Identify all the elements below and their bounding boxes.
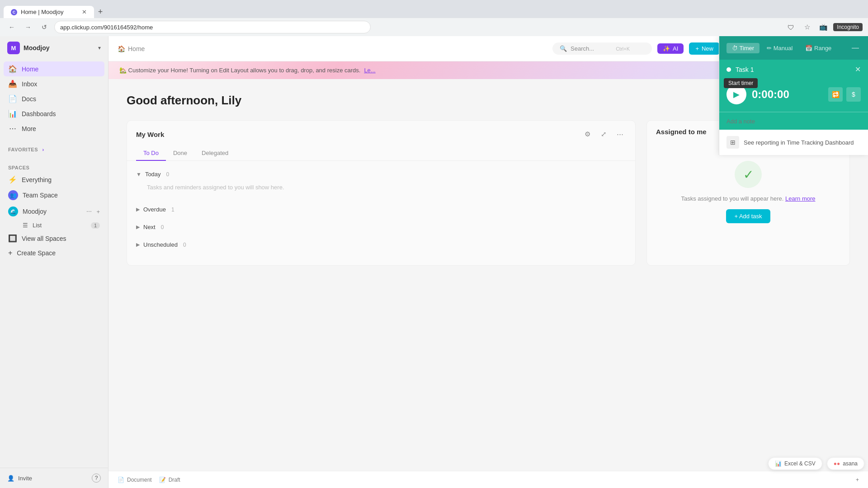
sidebar-item-dashboards[interactable]: 📊 Dashboards [4, 106, 104, 121]
my-work-expand-icon[interactable]: ⤢ [597, 128, 610, 141]
search-box[interactable]: 🔍 Search... Ctrl+K [552, 42, 652, 55]
timer-task-row: Task 1 ✕ [719, 60, 868, 79]
timer-reporting-link[interactable]: See reporting in Time Tracking Dashboard [744, 139, 854, 146]
sidebar-item-view-all-spaces[interactable]: 🔲 View all Spaces [4, 231, 104, 246]
timer-panel: ⏱ Timer ✏ Manual 📅 Range — Task 1 [719, 36, 868, 155]
refresh-button[interactable]: ↺ [38, 21, 51, 33]
next-count: 0 [161, 224, 164, 230]
team-space-label: Team Space [23, 192, 58, 199]
timer-task-close-icon[interactable]: ✕ [855, 65, 861, 74]
today-title: Today [145, 171, 161, 178]
sidebar-item-everything[interactable]: ⚡ Everything [4, 172, 104, 187]
view-all-label: View all Spaces [22, 235, 66, 242]
next-header[interactable]: ▶ Next 0 [136, 221, 626, 233]
next-title: Next [143, 224, 156, 230]
new-label: New [702, 45, 713, 52]
moodjoy-add-icon[interactable]: + [96, 208, 100, 215]
tab-done[interactable]: Done [166, 146, 194, 161]
sidebar-item-moodjoy[interactable]: 🌊 Moodjoy ⋯ + [4, 203, 104, 220]
check-circle-icon: ✓ [735, 161, 762, 188]
asana-badge[interactable]: ●● asana [827, 457, 864, 470]
draft-item[interactable]: 📝 Draft [159, 477, 180, 483]
document-icon: 📄 [118, 477, 124, 483]
excel-csv-badge[interactable]: 📊 Excel & CSV [768, 457, 822, 470]
sidebar-nav: 🏠 Home 📥 Inbox 📄 Docs 📊 Dashboards ⋯ Mor… [0, 60, 108, 138]
today-header[interactable]: ▼ Today 0 [136, 168, 626, 180]
new-tab-button[interactable]: + [94, 5, 107, 18]
tab-delegated[interactable]: Delegated [194, 146, 236, 161]
tab-todo[interactable]: To Do [136, 146, 166, 161]
app-layout: M Moodjoy ▾ 🏠 Home 📥 Inbox 📄 Docs 📊 Dash… [0, 36, 868, 488]
favorites-expand[interactable]: › [42, 147, 44, 152]
forward-button[interactable]: → [22, 21, 34, 33]
team-space-icon: 👥 [8, 190, 18, 200]
list-icon: ☰ [23, 222, 28, 229]
timer-note-input[interactable] [726, 118, 861, 125]
timer-tab-manual[interactable]: ✏ Manual [761, 43, 798, 53]
home-nav-label: Home [22, 66, 38, 73]
tab-title: Home | Moodjoy [21, 9, 63, 15]
shield-icon[interactable]: 🛡 [784, 21, 797, 33]
my-work-body: ▼ Today 0 Tasks and reminders assigned t… [127, 161, 635, 265]
ai-button[interactable]: ✨ AI [657, 43, 684, 54]
new-button[interactable]: + New [689, 42, 720, 55]
sidebar-sub-list[interactable]: ☰ List 1 [4, 220, 104, 231]
overdue-arrow-icon[interactable]: ▶ [136, 206, 140, 212]
sidebar-item-home[interactable]: 🏠 Home [4, 61, 104, 76]
my-work-tabs: To Do Done Delegated [127, 141, 635, 161]
sidebar-item-more[interactable]: ⋯ More [4, 121, 104, 136]
search-icon: 🔍 [560, 45, 567, 52]
add-task-button[interactable]: + Add task [726, 209, 770, 223]
cast-icon[interactable]: 📺 [817, 21, 830, 33]
invite-label: Invite [18, 475, 32, 482]
learn-more-link[interactable]: Learn more [785, 195, 815, 202]
help-button[interactable]: ? [92, 474, 101, 483]
moodjoy-more-icon[interactable]: ⋯ [86, 208, 92, 215]
timer-tab-range[interactable]: 📅 Range [800, 43, 837, 53]
unscheduled-header[interactable]: ▶ Unscheduled 0 [136, 239, 626, 251]
timer-dollar-icon[interactable]: $ [846, 87, 861, 102]
timer-tag-icon[interactable]: 🔁 [828, 87, 843, 102]
home-nav-icon: 🏠 [8, 65, 17, 73]
workspace-chevron-icon: ▾ [98, 45, 101, 51]
help-icon: ? [92, 474, 101, 483]
document-label: Document [127, 477, 152, 483]
sidebar-item-docs[interactable]: 📄 Docs [4, 91, 104, 106]
sidebar-item-team-space[interactable]: 👥 Team Space [4, 187, 104, 203]
my-work-settings-icon[interactable]: ⚙ [581, 128, 594, 141]
address-bar[interactable]: app.clickup.com/9016164592/home [54, 21, 371, 33]
browser-toolbar-right: 🛡 ☆ 📺 Incognito [784, 21, 863, 33]
bottom-new-button[interactable]: + [856, 477, 859, 483]
sidebar-item-inbox[interactable]: 📥 Inbox [4, 76, 104, 91]
star-icon[interactable]: ☆ [801, 21, 813, 33]
manual-tab-label: Manual [774, 45, 793, 52]
timer-header: ⏱ Timer ✏ Manual 📅 Range — [719, 36, 868, 60]
back-button[interactable]: ← [5, 21, 18, 33]
range-icon: 📅 [805, 45, 812, 52]
docs-nav-label: Docs [22, 95, 36, 103]
unscheduled-section: ▶ Unscheduled 0 [136, 239, 626, 251]
timer-minimize-button[interactable]: — [850, 42, 861, 53]
overdue-header[interactable]: ▶ Overdue 1 [136, 203, 626, 216]
unscheduled-title: Unscheduled [143, 241, 178, 248]
breadcrumb-text: Home [128, 45, 145, 52]
more-nav-label: More [22, 125, 36, 132]
manual-icon: ✏ [767, 45, 772, 52]
timer-tab-timer[interactable]: ⏱ Timer [726, 43, 760, 53]
document-item[interactable]: 📄 Document [118, 477, 152, 483]
bottom-plus-icon: + [856, 477, 859, 483]
my-work-more-icon[interactable]: ⋯ [613, 128, 626, 141]
tab-close-button[interactable]: ✕ [82, 9, 87, 15]
today-toggle-icon[interactable]: ▼ [136, 171, 142, 178]
next-arrow-icon[interactable]: ▶ [136, 224, 140, 230]
workspace-header[interactable]: M Moodjoy ▾ [0, 36, 108, 60]
breadcrumb: 🏠 Home [118, 45, 145, 52]
list-count-badge: 1 [91, 222, 100, 229]
banner-link[interactable]: Le... [364, 67, 375, 74]
unscheduled-arrow-icon[interactable]: ▶ [136, 242, 140, 248]
invite-button[interactable]: 👤 Invite [7, 475, 32, 482]
timer-extra-buttons: 🔁 $ [828, 87, 861, 102]
browser-tab-active[interactable]: C Home | Moodjoy ✕ [4, 6, 94, 18]
sidebar-bottom: 👤 Invite ? [0, 468, 108, 488]
sidebar-item-create-space[interactable]: + Create Space [4, 246, 104, 260]
